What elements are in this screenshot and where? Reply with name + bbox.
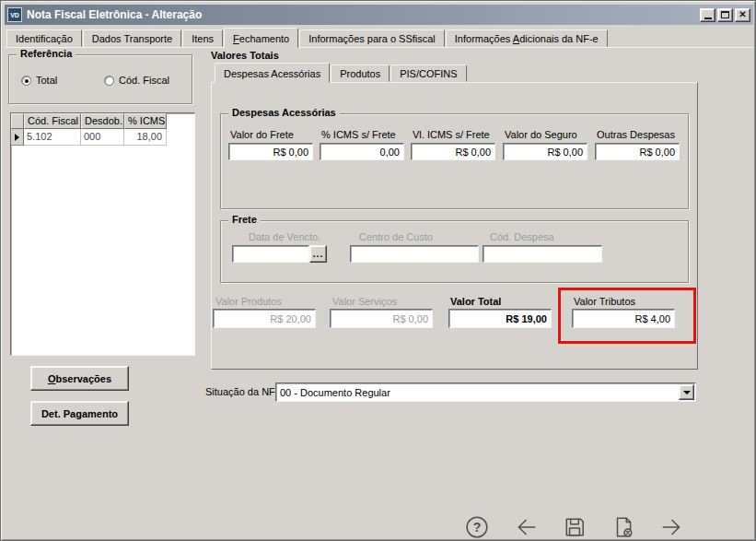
valor-servicos-value: R$ 0,00 [392,313,428,324]
valor-tributos-input[interactable]: R$ 4,00 [572,309,675,328]
valor-produtos-label: Valor Produtos [215,296,282,307]
row-selector-cell [11,129,24,146]
situacao-label: Situação da NF: [205,386,278,397]
close-button[interactable]: ✕ [735,8,750,22]
previous-button[interactable] [514,515,538,539]
cancel-nfe-button[interactable] [611,515,635,539]
subtab-label: Despesas Acessórias [224,68,320,79]
observacoes-label-accel: O [48,373,56,384]
tab-informacoes-ssfiscal[interactable]: Informações para o SSfiscal [299,29,445,47]
valor-tributos-value: R$ 4,00 [634,313,670,324]
outras-despesas-input[interactable]: R$ 0,00 [595,143,680,160]
despesas-acessorias-caption: Despesas Acessórias [228,107,340,118]
tab-identificacao[interactable]: Identificação [6,29,82,47]
despesas-acessorias-group: Despesas Acessórias Valor do Frete R$ 0,… [220,113,689,209]
valor-total-value: R$ 19,00 [506,313,547,324]
grid-row[interactable]: 5.102 000 18,00 [11,129,194,146]
cod-despesa-input [483,245,602,263]
save-button[interactable] [563,515,587,539]
valor-servicos-input: R$ 0,00 [330,309,433,328]
observacoes-label: bservações [56,373,112,384]
maximize-button[interactable] [717,8,733,22]
tab-label: echamento [239,33,289,44]
radio-total-label: Total [36,75,57,86]
valor-total-label: Valor Total [450,296,501,307]
data-vencto-input [232,245,309,263]
grid-cell-icms: 18,00 [124,129,167,146]
icms-frete-percent-value: 0,00 [380,147,400,158]
help-icon: ? [465,515,489,539]
next-button[interactable] [660,515,684,539]
cod-despesa-label: Cód. Despesa [490,231,554,242]
situacao-combobox[interactable]: 00 - Documento Regular [275,382,696,402]
grid-cell-cod-fiscal: 5.102 [24,129,81,146]
valor-frete-input[interactable]: R$ 0,00 [228,143,313,160]
tab-dados-transporte[interactable]: Dados Transporte [83,29,181,47]
valor-produtos-input: R$ 20,00 [213,309,316,328]
grid-header-icms: % ICMS [124,113,167,129]
data-vencto-label: Data de Vencto. [249,231,320,242]
minimize-icon [704,18,712,19]
ellipsis-icon: ... [313,249,323,259]
tab-label: Identificação [16,33,73,44]
valor-seguro-value: R$ 0,00 [547,147,583,158]
outras-despesas-value: R$ 0,00 [639,147,675,158]
valor-tributos-label: Valor Tributos [574,296,635,307]
det-pagamento-label: Det. Pagamento [41,408,118,419]
situacao-value: 00 - Documento Regular [276,387,679,398]
vl-icms-frete-input[interactable]: R$ 0,00 [411,143,495,160]
tab-label: Itens [192,33,214,44]
window-controls: ✕ [700,8,750,22]
tab-label-accel: F [233,33,239,44]
title-bar[interactable]: VD Nota Fiscal Eletrônica - Alteração ✕ [5,5,753,25]
situacao-dropdown-button[interactable] [679,384,694,400]
vl-icms-frete-value: R$ 0,00 [455,147,491,158]
row-selector-icon [15,134,19,141]
valor-servicos-label: Valor Serviços [332,296,397,307]
det-pagamento-button[interactable]: Det. Pagamento [30,401,129,426]
tab-informacoes-adicionais[interactable]: Informações Adicionais da NF-e [446,29,608,47]
grid-header-row: Cód. Fiscal Desdob. % ICMS [11,113,194,129]
frete-group: Frete Data de Vencto. ... Centro de Cust… [220,220,689,283]
subtab-pis-cofins[interactable]: PIS/COFINS [390,65,466,82]
valores-totais-caption: Valores Totais [211,50,279,61]
valor-total-input[interactable]: R$ 19,00 [448,309,552,328]
centro-custo-input [350,245,479,263]
icms-frete-percent-label: % ICMS s/ Frete [321,129,396,140]
arrow-left-icon [514,515,538,539]
tab-label: Informações [455,33,513,44]
window-title: Nota Fiscal Eletrônica - Alteração [27,8,695,21]
grid-selector-header [11,113,24,129]
minimize-button[interactable] [700,8,715,22]
observacoes-button[interactable]: Observações [30,366,129,391]
radio-total-icon[interactable] [21,76,31,86]
nota-fiscal-window: VD Nota Fiscal Eletrônica - Alteração ✕ … [0,0,756,541]
radio-total[interactable]: Total [21,75,57,86]
valor-produtos-value: R$ 20,00 [270,313,311,324]
tab-fechamento[interactable]: Fechamento [224,28,298,48]
icms-frete-percent-input[interactable]: 0,00 [320,143,404,160]
radio-cod-fiscal[interactable]: Cód. Fiscal [104,75,169,86]
tab-label: Dados Transporte [92,33,172,44]
valor-frete-label: Valor do Frete [230,129,294,140]
arrow-right-icon [660,515,684,539]
subtab-despesas-acessorias[interactable]: Despesas Acessórias [215,63,330,83]
svg-text:?: ? [473,520,482,535]
main-tab-bar: Identificação Dados Transporte Itens Fec… [6,28,609,47]
grid-cell-desdob: 000 [81,129,124,146]
grid-header-desdob: Desdob. [81,113,124,129]
centro-custo-label: Centro de Custo [359,231,433,242]
subtab-produtos[interactable]: Produtos [331,65,390,82]
document-cancel-icon [611,515,635,539]
valor-frete-value: R$ 0,00 [273,147,308,158]
valor-seguro-input[interactable]: R$ 0,00 [503,143,587,160]
maximize-icon [721,11,729,18]
data-vencto-picker-button[interactable]: ... [309,245,327,263]
referencia-caption: Referência [17,48,76,59]
close-icon: ✕ [739,10,746,19]
radio-cod-fiscal-icon[interactable] [104,76,114,86]
grid-header-cod-fiscal: Cód. Fiscal [24,113,81,129]
vl-icms-frete-label: Vl. ICMS s/ Frete [413,129,490,140]
tab-itens[interactable]: Itens [182,29,223,47]
help-button[interactable]: ? [465,515,489,539]
